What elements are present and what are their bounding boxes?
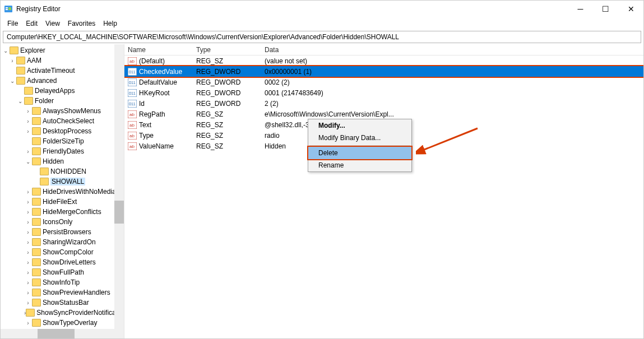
tree-showdrive[interactable]: ›ShowDriveLetters bbox=[1, 257, 124, 267]
ctx-modify-binary[interactable]: Modify Binary Data... bbox=[308, 132, 411, 144]
chevron-right-icon[interactable]: › bbox=[24, 118, 32, 124]
ctx-modify[interactable]: Modify... bbox=[308, 119, 411, 132]
tree-showtype[interactable]: ›ShowTypeOverlay bbox=[1, 318, 124, 328]
chevron-right-icon[interactable]: › bbox=[24, 290, 32, 296]
folder-icon bbox=[32, 248, 41, 256]
chevron-right-icon[interactable]: › bbox=[24, 189, 32, 195]
tree-desktop[interactable]: ›DesktopProcess bbox=[1, 126, 124, 136]
menu-file[interactable]: File bbox=[4, 18, 21, 29]
window-controls: ─ ☐ ✕ bbox=[568, 1, 643, 17]
binary-value-icon: 011 bbox=[128, 100, 137, 108]
chevron-down-icon[interactable]: ⌄ bbox=[8, 78, 16, 84]
tree-iconsonly[interactable]: ›IconsOnly bbox=[1, 217, 124, 227]
tree-friendly[interactable]: ›FriendlyDates bbox=[1, 146, 124, 156]
chevron-right-icon[interactable]: › bbox=[8, 58, 16, 64]
value-type: REG_SZ bbox=[196, 121, 265, 129]
svg-text:ab: ab bbox=[129, 112, 135, 117]
tree-autocheck[interactable]: ›AutoCheckSelect bbox=[1, 116, 124, 126]
col-name[interactable]: Name bbox=[128, 46, 196, 54]
tree-pane[interactable]: ⌄Explorer ›AAM ActivateTimeout ⌄Advanced… bbox=[1, 44, 124, 338]
tree-persist[interactable]: ›PersistBrowsers bbox=[1, 227, 124, 237]
value-data: 0x00000001 (1) bbox=[265, 68, 643, 76]
chevron-right-icon[interactable]: › bbox=[24, 229, 32, 235]
list-row[interactable]: ab(Default)REG_SZ(value not set) bbox=[124, 55, 643, 66]
chevron-right-icon[interactable]: › bbox=[24, 199, 32, 205]
tree-delayed[interactable]: DelayedApps bbox=[1, 86, 124, 96]
folder-icon bbox=[32, 258, 41, 266]
ctx-rename[interactable]: Rename bbox=[308, 159, 411, 171]
chevron-right-icon[interactable]: › bbox=[24, 259, 32, 266]
tree-advanced[interactable]: ⌄Advanced bbox=[1, 76, 124, 86]
chevron-right-icon[interactable]: › bbox=[24, 239, 32, 245]
chevron-down-icon[interactable]: ⌄ bbox=[24, 159, 32, 165]
menu-favorites[interactable]: Favorites bbox=[64, 18, 99, 29]
menu-help[interactable]: Help bbox=[100, 18, 121, 29]
chevron-right-icon[interactable]: › bbox=[24, 148, 32, 155]
string-value-icon: ab bbox=[128, 57, 137, 65]
chevron-right-icon[interactable]: › bbox=[24, 219, 32, 225]
col-data[interactable]: Data bbox=[265, 46, 643, 54]
menu-edit[interactable]: Edit bbox=[22, 18, 41, 29]
list-header: Name Type Data bbox=[124, 44, 643, 55]
list-row[interactable]: 011DefaultValueREG_DWORD0002 (2) bbox=[124, 77, 643, 87]
chevron-right-icon[interactable]: › bbox=[24, 249, 32, 256]
value-name: ValueName bbox=[139, 142, 196, 150]
tree-foldersize[interactable]: FolderSizeTip bbox=[1, 136, 124, 146]
tree-showprev[interactable]: ›ShowPreviewHandlers bbox=[1, 287, 124, 298]
tree-showstat[interactable]: ›ShowStatusBar bbox=[1, 298, 124, 308]
chevron-right-icon[interactable]: › bbox=[24, 270, 32, 276]
chevron-right-icon[interactable]: › bbox=[24, 209, 32, 215]
list-row[interactable]: abRegPathREG_SZe\Microsoft\Windows\Curre… bbox=[124, 109, 643, 119]
tree-folder[interactable]: ⌄Folder bbox=[1, 96, 124, 106]
folder-icon bbox=[40, 168, 49, 175]
value-name: (Default) bbox=[139, 57, 196, 65]
tree-sharing[interactable]: ›SharingWizardOn bbox=[1, 237, 124, 247]
tree-vscrollbar[interactable] bbox=[114, 44, 124, 329]
folder-icon bbox=[32, 228, 41, 236]
svg-text:ab: ab bbox=[129, 59, 135, 64]
chevron-down-icon[interactable]: ⌄ bbox=[2, 48, 10, 54]
menu-view[interactable]: View bbox=[42, 18, 63, 29]
value-type: REG_DWORD bbox=[196, 89, 265, 97]
tree-hidedrives[interactable]: ›HideDrivesWithNoMedia bbox=[1, 187, 124, 197]
tree-aam[interactable]: ›AAM bbox=[1, 55, 124, 66]
ctx-delete[interactable]: Delete bbox=[308, 147, 411, 159]
maximize-button[interactable]: ☐ bbox=[593, 1, 618, 17]
close-button[interactable]: ✕ bbox=[618, 1, 643, 17]
chevron-right-icon[interactable]: › bbox=[24, 108, 32, 114]
chevron-right-icon[interactable]: › bbox=[24, 320, 32, 326]
chevron-right-icon[interactable]: › bbox=[24, 280, 32, 286]
minimize-button[interactable]: ─ bbox=[568, 1, 593, 17]
folder-icon bbox=[32, 238, 41, 246]
list-row[interactable]: 011IdREG_DWORD2 (2) bbox=[124, 98, 643, 109]
col-type[interactable]: Type bbox=[196, 46, 265, 54]
list-row[interactable]: 011HKeyRootREG_DWORD0001 (2147483649) bbox=[124, 87, 643, 98]
folder-icon bbox=[32, 299, 41, 307]
address-bar[interactable]: Computer\HKEY_LOCAL_MACHINE\SOFTWARE\Mic… bbox=[3, 31, 641, 43]
context-menu: Modify... Modify Binary Data... Delete R… bbox=[308, 119, 412, 172]
tree-hidefile[interactable]: ›HideFileExt bbox=[1, 197, 124, 207]
list-pane[interactable]: Name Type Data ab(Default)REG_SZ(value n… bbox=[124, 44, 643, 338]
tree-explorer[interactable]: ⌄Explorer bbox=[1, 45, 124, 55]
tree-activate[interactable]: ActivateTimeout bbox=[1, 66, 124, 76]
tree-showcomp[interactable]: ›ShowCompColor bbox=[1, 247, 124, 257]
chevron-down-icon[interactable]: ⌄ bbox=[16, 98, 24, 104]
string-value-icon: ab bbox=[128, 110, 137, 118]
svg-text:011: 011 bbox=[129, 81, 136, 85]
binary-value-icon: 011 bbox=[128, 89, 137, 97]
tree-showsync[interactable]: ›ShowSyncProviderNotifications bbox=[1, 308, 124, 318]
tree-always[interactable]: ›AlwaysShowMenus bbox=[1, 106, 124, 116]
folder-icon bbox=[32, 278, 41, 286]
tree-nohidden[interactable]: NOHIDDEN bbox=[1, 166, 124, 177]
tree-hscrollbar[interactable] bbox=[1, 329, 124, 338]
tree-hidemerge[interactable]: ›HideMergeConflicts bbox=[1, 207, 124, 217]
folder-icon bbox=[32, 147, 41, 155]
tree-hidden[interactable]: ⌄Hidden bbox=[1, 156, 124, 166]
tree-showfull[interactable]: ›ShowFullPath bbox=[1, 267, 124, 277]
folder-icon bbox=[26, 309, 35, 317]
tree-showall[interactable]: SHOWALL bbox=[1, 177, 124, 187]
chevron-right-icon[interactable]: › bbox=[24, 128, 32, 134]
tree-showinfo[interactable]: ›ShowInfoTip bbox=[1, 277, 124, 287]
list-row[interactable]: 011CheckedValueREG_DWORD0x00000001 (1) bbox=[124, 66, 643, 77]
chevron-right-icon[interactable]: › bbox=[24, 300, 32, 306]
